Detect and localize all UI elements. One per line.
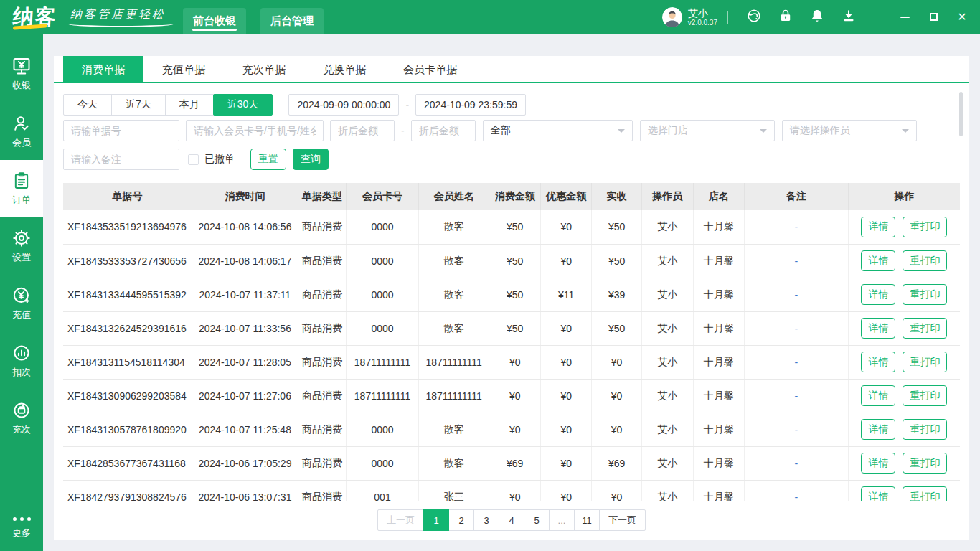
sidebar-item-more[interactable]: 更多 [0, 508, 43, 545]
quick-range-group: 今天近7天本月近30天 [63, 94, 273, 116]
maximize-icon [930, 13, 938, 21]
page-button-2[interactable]: 2 [448, 509, 474, 531]
minimize-icon [900, 17, 910, 18]
quick-range-month[interactable]: 本月 [165, 94, 214, 116]
next-page-button[interactable]: 下一页 [599, 509, 646, 531]
reset-button[interactable]: 重置 [250, 149, 286, 170]
sidebar-item-label: 扣次 [12, 366, 31, 379]
row-reprint-button[interactable]: 重打印 [903, 385, 947, 406]
amount-min-input[interactable] [330, 120, 395, 141]
cell-paid: ¥39 [592, 278, 641, 311]
table-row: XF18427937913088245762024-10-06 13:07:31… [63, 480, 960, 501]
avatar[interactable] [662, 7, 682, 27]
row-detail-button[interactable]: 详情 [861, 352, 895, 372]
service-icon[interactable] [746, 8, 762, 24]
cell-time: 2024-10-06 17:05:29 [192, 446, 298, 480]
search-button[interactable]: 查询 [293, 149, 329, 170]
page-button-11[interactable]: 11 [574, 509, 600, 531]
chevron-down-icon [760, 129, 767, 136]
row-reprint-button[interactable]: 重打印 [903, 419, 947, 440]
scrollbar-thumb[interactable] [959, 92, 963, 136]
row-reprint-button[interactable]: 重打印 [903, 284, 947, 305]
cell-name: 散客 [419, 244, 489, 278]
sidebar-item-settings[interactable]: 设置 [0, 217, 43, 275]
tab-consume[interactable]: 消费单据 [63, 56, 143, 82]
page-button-3[interactable]: 3 [473, 509, 499, 531]
type-select[interactable]: 全部 [483, 120, 633, 141]
quick-range-7days[interactable]: 近7天 [111, 94, 166, 116]
member-search-input[interactable] [186, 120, 324, 141]
row-detail-button[interactable]: 详情 [861, 250, 895, 271]
chevron-down-icon [618, 129, 625, 136]
tab-exchange[interactable]: 兑换单据 [304, 56, 385, 82]
refill-icon [11, 400, 32, 420]
quick-range-30days[interactable]: 近30天 [213, 94, 273, 116]
sidebar-item-label: 充值 [12, 309, 31, 321]
amount-max-input[interactable] [411, 120, 476, 141]
store-select[interactable]: 选择门店 [640, 120, 775, 141]
row-reprint-button[interactable]: 重打印 [903, 486, 947, 501]
row-reprint-button[interactable]: 重打印 [903, 453, 947, 474]
row-detail-button[interactable]: 详情 [861, 284, 895, 305]
app-version: v2.0.0.37 [688, 19, 717, 27]
quick-range-today[interactable]: 今天 [63, 94, 112, 116]
page-button-5[interactable]: 5 [524, 509, 550, 531]
row-detail-button[interactable]: 详情 [861, 318, 895, 339]
topbar-tab-label: 后台管理 [270, 14, 314, 28]
tab-recharge[interactable]: 充值单据 [143, 56, 224, 82]
cell-actions: 详情重打印 [848, 210, 960, 244]
remark-input[interactable] [63, 149, 179, 170]
sidebar: 收银会员订单设置充值扣次充次 更多 [0, 34, 43, 551]
cell-paid: ¥50 [592, 210, 641, 244]
download-icon[interactable] [841, 8, 857, 24]
cell-time: 2024-10-08 14:06:17 [192, 244, 298, 278]
row-reprint-button[interactable]: 重打印 [903, 250, 947, 271]
table-header-row: 单据号消费时间单据类型会员卡号会员姓名消费金额优惠金额实收操作员店名备注操作 [63, 183, 960, 210]
topbar-tab-backend-admin[interactable]: 后台管理 [260, 8, 324, 34]
sidebar-item-cashier[interactable]: 收银 [0, 45, 43, 103]
page-button-1[interactable]: 1 [423, 509, 449, 531]
row-detail-button[interactable]: 详情 [861, 486, 895, 501]
user-name: 艾小 [688, 7, 717, 19]
date-range-separator: - [405, 99, 409, 110]
bell-icon[interactable] [809, 8, 825, 24]
minimize-button[interactable] [895, 8, 914, 27]
tab-refill[interactable]: 充次单据 [224, 56, 304, 82]
row-detail-button[interactable]: 详情 [861, 453, 895, 474]
prev-page-button[interactable]: 上一页 [377, 509, 424, 531]
row-detail-button[interactable]: 详情 [861, 419, 895, 440]
operator-select[interactable]: 请选择操作员 [782, 120, 917, 141]
cell-operator: 艾小 [641, 379, 693, 413]
date-to-input[interactable] [415, 94, 526, 116]
lock-icon[interactable] [778, 8, 793, 24]
close-button[interactable]: ✕ [953, 8, 971, 27]
topbar-tab-front-cashier[interactable]: 前台收银 [183, 8, 246, 34]
row-detail-button[interactable]: 详情 [861, 217, 895, 237]
cell-amount: ¥0 [489, 413, 541, 446]
page-ellipsis[interactable]: ... [549, 509, 575, 531]
cancelled-checkbox[interactable] [188, 154, 199, 165]
maximize-button[interactable] [924, 8, 943, 27]
table-row: XF18431326245293916162024-10-07 11:33:56… [63, 311, 960, 345]
cell-actions: 详情重打印 [848, 480, 960, 501]
page-button-4[interactable]: 4 [499, 509, 524, 531]
order-no-input[interactable] [63, 120, 179, 141]
cell-actions: 详情重打印 [848, 413, 960, 446]
cell-id: XF1842853677367431168 [63, 446, 192, 480]
cell-store: 十月馨 [693, 244, 744, 278]
sidebar-item-member[interactable]: 会员 [0, 103, 43, 160]
sidebar-item-recharge[interactable]: 充值 [0, 275, 43, 332]
cell-actions: 详情重打印 [848, 345, 960, 379]
sidebar-item-order[interactable]: 订单 [0, 160, 43, 217]
cancelled-label[interactable]: 已撤单 [204, 153, 235, 166]
sidebar-item-refill[interactable]: 充次 [0, 390, 43, 447]
row-reprint-button[interactable]: 重打印 [903, 352, 947, 372]
tab-member-card[interactable]: 会员卡单据 [385, 56, 476, 82]
date-from-input[interactable] [288, 94, 399, 116]
row-reprint-button[interactable]: 重打印 [903, 318, 947, 339]
row-detail-button[interactable]: 详情 [861, 385, 895, 406]
column-header-type: 单据类型 [298, 183, 347, 210]
row-reprint-button[interactable]: 重打印 [903, 217, 947, 237]
sidebar-item-deduct[interactable]: 扣次 [0, 332, 43, 390]
cell-discount: ¥0 [541, 446, 592, 480]
